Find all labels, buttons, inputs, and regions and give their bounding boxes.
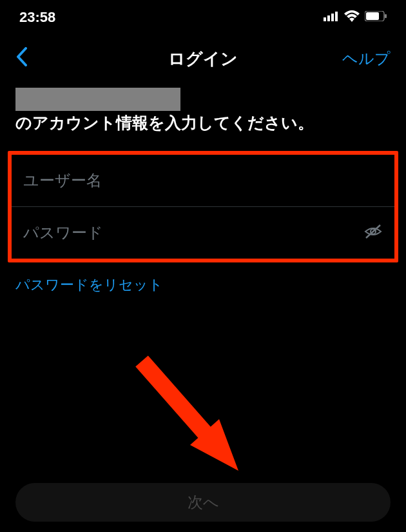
svg-rect-1 bbox=[327, 15, 330, 21]
svg-rect-6 bbox=[385, 14, 387, 18]
battery-icon bbox=[365, 11, 387, 24]
svg-line-8 bbox=[366, 225, 380, 238]
password-visibility-toggle-icon[interactable] bbox=[363, 224, 383, 242]
prompt-text: のアカウント情報を入力してください。 bbox=[15, 111, 314, 135]
username-field[interactable]: ユーザー名 bbox=[12, 155, 394, 206]
login-form-highlight: ユーザー名 パスワード bbox=[8, 151, 398, 262]
next-button[interactable]: 次へ bbox=[15, 483, 391, 522]
login-prompt: のアカウント情報を入力してください。 bbox=[0, 84, 406, 143]
status-bar: 23:58 bbox=[0, 0, 406, 32]
wifi-icon bbox=[344, 10, 360, 25]
password-field[interactable]: パスワード bbox=[12, 206, 394, 259]
redacted-username bbox=[15, 88, 180, 111]
status-icons bbox=[324, 10, 387, 25]
svg-rect-3 bbox=[335, 12, 338, 21]
page-title: ログイン bbox=[168, 48, 238, 70]
password-placeholder: パスワード bbox=[23, 222, 363, 243]
svg-marker-10 bbox=[190, 419, 238, 471]
back-button[interactable] bbox=[15, 45, 48, 72]
status-time: 23:58 bbox=[19, 9, 55, 26]
username-placeholder: ユーザー名 bbox=[23, 170, 383, 191]
navigation-header: ログイン ヘルプ bbox=[0, 32, 406, 84]
cellular-signal-icon bbox=[324, 11, 339, 24]
svg-rect-0 bbox=[324, 17, 326, 21]
annotation-arrow-icon bbox=[129, 348, 258, 484]
svg-line-9 bbox=[142, 361, 213, 442]
svg-rect-2 bbox=[331, 14, 334, 21]
reset-password-link[interactable]: パスワードをリセット bbox=[0, 262, 406, 308]
help-link[interactable]: ヘルプ bbox=[342, 48, 391, 69]
svg-rect-5 bbox=[366, 12, 379, 20]
